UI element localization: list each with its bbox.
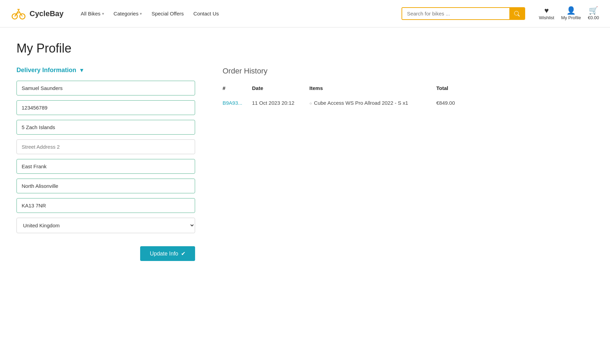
- delivery-info-label: Delivery Information: [16, 67, 76, 74]
- update-btn-label: Update Info: [150, 251, 178, 257]
- order-table: # Date Items Total B9A93... 11 Oct 2023 …: [223, 82, 464, 111]
- order-id-link[interactable]: B9A93...: [223, 100, 242, 106]
- order-items-cell: ○ Cube Access WS Pro Allroad 2022 - S x1: [309, 95, 436, 111]
- user-icon: 👤: [566, 7, 576, 14]
- order-id-cell: B9A93...: [223, 95, 252, 111]
- county-group: [16, 179, 195, 193]
- col-date: Date: [252, 82, 309, 95]
- city-input[interactable]: [16, 159, 195, 174]
- country-group: United Kingdom Ireland United States Ger…: [16, 218, 195, 233]
- table-row: B9A93... 11 Oct 2023 20:12 ○ Cube Access…: [223, 95, 464, 111]
- city-group: [16, 159, 195, 174]
- nav-special-offers[interactable]: Special Offers: [148, 9, 187, 19]
- svg-point-1: [20, 14, 25, 19]
- nav-categories[interactable]: Categories ▾: [110, 9, 146, 19]
- order-history-title: Order History: [223, 67, 464, 76]
- full-name-group: [16, 81, 195, 95]
- wishlist-label: Wishlist: [539, 15, 554, 20]
- nav-all-bikes[interactable]: All Bikes ▾: [77, 9, 108, 19]
- col-total: Total: [436, 82, 464, 95]
- heart-icon: ♥: [544, 7, 549, 14]
- order-total-cell: €849.00: [436, 95, 464, 111]
- chevron-icon: ▾: [140, 11, 142, 16]
- bullet-icon: ○: [309, 101, 312, 106]
- brand-name: CycleBay: [30, 9, 64, 18]
- col-items: Items: [309, 82, 436, 95]
- postcode-input[interactable]: [16, 198, 195, 213]
- main-content: My Profile Delivery Information ▼: [0, 27, 481, 275]
- search-wrapper: [402, 7, 525, 20]
- navbar: CycleBay All Bikes ▾ Categories ▾ Specia…: [0, 0, 610, 27]
- order-item-label: Cube Access WS Pro Allroad 2022 - S x1: [314, 100, 408, 106]
- brand-logo[interactable]: CycleBay: [11, 8, 64, 20]
- wishlist-button[interactable]: ♥ Wishlist: [539, 7, 554, 20]
- address1-input[interactable]: [16, 120, 195, 135]
- county-input[interactable]: [16, 179, 195, 193]
- full-name-input[interactable]: [16, 81, 195, 95]
- profile-label: My Profile: [561, 15, 581, 20]
- col-id: #: [223, 82, 252, 95]
- search-input[interactable]: [402, 8, 509, 19]
- search-button[interactable]: [509, 8, 524, 19]
- search-icon: [514, 11, 520, 16]
- chevron-down-icon: ▼: [79, 67, 84, 73]
- phone-input[interactable]: [16, 100, 195, 115]
- phone-group: [16, 100, 195, 115]
- order-history-section: Order History # Date Items Total B9A93..…: [223, 67, 464, 111]
- cart-button[interactable]: 🛒 €0.00: [588, 7, 599, 20]
- cart-icon: 🛒: [589, 7, 598, 14]
- update-info-button[interactable]: Update Info ✔: [140, 246, 195, 261]
- nav-contact-us[interactable]: Contact Us: [190, 9, 222, 19]
- nav-links: All Bikes ▾ Categories ▾ Special Offers …: [77, 9, 222, 19]
- address2-group: [16, 139, 195, 154]
- checkmark-icon: ✔: [181, 250, 185, 257]
- nav-actions: ♥ Wishlist 👤 My Profile 🛒 €0.00: [539, 7, 599, 20]
- chevron-icon: ▾: [102, 11, 104, 16]
- delivery-section: Delivery Information ▼: [16, 67, 195, 261]
- profile-button[interactable]: 👤 My Profile: [561, 7, 581, 20]
- country-select[interactable]: United Kingdom Ireland United States Ger…: [16, 218, 195, 233]
- address2-input[interactable]: [16, 139, 195, 154]
- page-title: My Profile: [16, 41, 464, 56]
- postcode-group: [16, 198, 195, 213]
- delivery-info-toggle[interactable]: Delivery Information ▼: [16, 67, 195, 74]
- cart-amount: €0.00: [588, 15, 599, 20]
- content-layout: Delivery Information ▼: [16, 67, 464, 261]
- brand-logo-icon: [11, 8, 26, 20]
- address1-group: [16, 120, 195, 135]
- order-date-cell: 11 Oct 2023 20:12: [252, 95, 309, 111]
